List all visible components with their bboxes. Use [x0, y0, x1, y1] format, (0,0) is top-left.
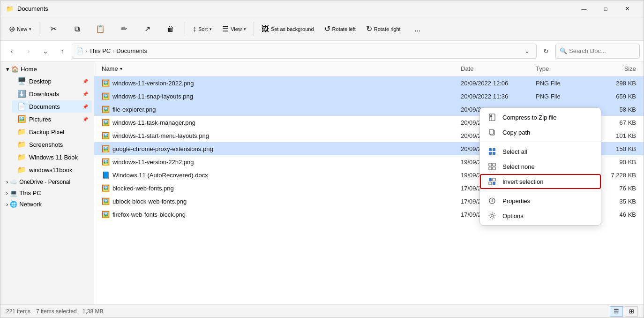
context-menu-item-copy-path[interactable]: Copy path: [480, 125, 601, 140]
context-menu: Compress to Zip file Copy path Select al…: [479, 107, 601, 226]
file-name: Windows 11 (AutoRecovered).docx: [112, 172, 208, 179]
file-size: 298 KB: [593, 78, 640, 89]
recent-button[interactable]: ⌄: [38, 44, 53, 59]
sidebar-item-windows11book2[interactable]: 📁 windows11book: [12, 164, 92, 176]
address-dropdown-button[interactable]: ⌄: [521, 45, 532, 57]
sidebar-group-home[interactable]: ▾ 🏠 Home: [2, 64, 92, 75]
sidebar-item-backup-pixel[interactable]: 📁 Backup Pixel: [12, 126, 92, 138]
address-bar[interactable]: 📄 › This PC › Documents ⌄: [72, 44, 537, 59]
grid-view-button[interactable]: ⊞: [625, 306, 638, 317]
close-button[interactable]: ✕: [616, 2, 638, 16]
sidebar-group-network[interactable]: › 🌐 Network: [2, 199, 92, 210]
file-icon: 🖼️: [102, 211, 110, 218]
back-button[interactable]: ‹: [4, 44, 19, 59]
sidebar-onedrive-label: OneDrive - Personal: [19, 179, 70, 185]
svg-rect-15: [489, 182, 492, 185]
svg-rect-10: [493, 163, 495, 166]
more-options-button[interactable]: ...: [406, 19, 429, 39]
file-icon: 🖼️: [102, 79, 110, 87]
context-menu-separator-1: [480, 142, 601, 142]
toolbar: ⊕ New ▾ ✂ ⧉ 📋 ✏ ↗ 🗑 ↕ Sort ▾ ☰: [0, 17, 644, 41]
file-date: 20/09/2022 12:06: [457, 78, 532, 89]
up-button[interactable]: ↑: [55, 44, 70, 59]
context-menu-item-select-none[interactable]: Select none: [480, 159, 601, 174]
svg-point-20: [491, 215, 494, 217]
search-input[interactable]: [569, 47, 636, 54]
sidebar-item-windows11book[interactable]: 📁 Windows 11 Book: [12, 151, 92, 163]
file-name: blocked-web-fonts.png: [112, 185, 174, 192]
window-icon: 📁: [6, 5, 14, 13]
content-area: ▾ 🏠 Home 🖥️ Desktop 📌 ⬇️ Downloads 📌 📄 D: [0, 61, 644, 304]
file-name: windows-11-task-manager.png: [112, 119, 195, 126]
list-view-button[interactable]: ☰: [610, 306, 623, 317]
file-name: ublock-block-web-fonts.png: [112, 198, 187, 205]
file-name: firefox-web-fonts-block.png: [112, 211, 186, 218]
properties-icon: [487, 197, 497, 204]
item-count: 221 items: [6, 308, 30, 315]
file-date: 20/09/2022 11:36: [457, 91, 532, 102]
sidebar-item-downloads[interactable]: ⬇️ Downloads 📌: [12, 88, 92, 100]
maximize-button[interactable]: □: [595, 2, 616, 16]
column-type[interactable]: Type: [532, 63, 593, 74]
rotate-left-button[interactable]: ↺ Rotate left: [320, 19, 360, 39]
more-icon: ...: [414, 25, 420, 33]
view-button[interactable]: ☰ View ▾: [217, 19, 251, 39]
sidebar-home-items: 🖥️ Desktop 📌 ⬇️ Downloads 📌 📄 Documents …: [0, 75, 94, 176]
context-menu-item-properties[interactable]: Properties: [480, 193, 601, 208]
sidebar-item-documents[interactable]: 📄 Documents 📌: [12, 100, 92, 113]
pin-icon: 📌: [82, 79, 88, 84]
svg-rect-6: [493, 148, 495, 151]
search-bar[interactable]: 🔍: [555, 44, 640, 59]
new-button[interactable]: ⊕ New ▾: [4, 19, 36, 39]
sidebar-item-screenshots[interactable]: 📁 Screenshots: [12, 138, 92, 151]
table-row[interactable]: 🖼️ windows-11-version-2022.png 20/09/202…: [94, 76, 644, 90]
sort-desc-icon: ▾: [120, 66, 122, 71]
forward-button[interactable]: ›: [21, 44, 36, 59]
sidebar-group-this-pc[interactable]: › 💻 This PC: [2, 188, 92, 198]
table-row[interactable]: 🖼️ windows-11-snap-layouts.png 20/09/202…: [94, 90, 644, 103]
context-menu-item-invert-selection[interactable]: Invert selection: [480, 174, 601, 189]
paste-icon: 📋: [96, 24, 105, 33]
status-bar: 221 items 7 items selected 1,38 MB ☰ ⊞: [0, 304, 644, 318]
share-icon: ↗: [144, 24, 150, 33]
column-name[interactable]: Name ▾: [98, 63, 457, 74]
file-icon: 🖼️: [102, 106, 110, 113]
home-icon: 🏠: [11, 66, 19, 73]
refresh-button[interactable]: ↻: [539, 44, 554, 59]
svg-rect-7: [489, 152, 492, 155]
column-size[interactable]: Size: [593, 63, 640, 74]
file-type: PNG File: [532, 78, 593, 89]
set-as-background-label: Set as background: [271, 26, 314, 32]
delete-icon: 🗑: [167, 25, 174, 33]
share-button[interactable]: ↗: [136, 19, 158, 39]
sort-icon: ↕: [193, 25, 196, 33]
cut-icon: ✂: [51, 24, 57, 33]
paste-button[interactable]: 📋: [89, 19, 112, 39]
sort-button[interactable]: ↕ Sort ▾: [188, 19, 217, 39]
column-date[interactable]: Date: [457, 63, 532, 74]
pin-icon-3: 📌: [82, 104, 88, 109]
file-icon: 🖼️: [102, 119, 110, 126]
sidebar-item-pictures[interactable]: 🖼️ Pictures 📌: [12, 113, 92, 125]
window-title: Documents: [17, 5, 48, 12]
set-as-background-button[interactable]: 🖼 Set as background: [257, 19, 319, 39]
cut-button[interactable]: ✂: [42, 19, 65, 39]
rename-button[interactable]: ✏: [112, 19, 135, 39]
delete-button[interactable]: 🗑: [159, 19, 182, 39]
windows11book-icon: 📁: [17, 153, 26, 161]
rotate-right-button[interactable]: ↻ Rotate right: [361, 19, 405, 39]
address-part-2: Documents: [116, 47, 147, 54]
copy-button[interactable]: ⧉: [66, 19, 88, 39]
invert-selection-label: Invert selection: [502, 178, 543, 185]
context-menu-item-select-all[interactable]: Select all: [480, 144, 601, 159]
svg-rect-4: [489, 129, 494, 134]
context-menu-separator-2: [480, 191, 601, 191]
sidebar-item-desktop[interactable]: 🖥️ Desktop 📌: [12, 75, 92, 87]
minimize-button[interactable]: —: [573, 2, 595, 16]
context-menu-item-compress-zip[interactable]: Compress to Zip file: [480, 110, 601, 125]
invert-selection-icon: [487, 178, 497, 185]
context-menu-item-options[interactable]: Options: [480, 208, 601, 223]
sidebar-group-onedrive[interactable]: › ☁️ OneDrive - Personal: [2, 176, 92, 187]
nav-bar: ‹ › ⌄ ↑ 📄 › This PC › Documents ⌄ ↻ 🔍: [0, 41, 644, 61]
sidebar: ▾ 🏠 Home 🖥️ Desktop 📌 ⬇️ Downloads 📌 📄 D: [0, 61, 94, 304]
